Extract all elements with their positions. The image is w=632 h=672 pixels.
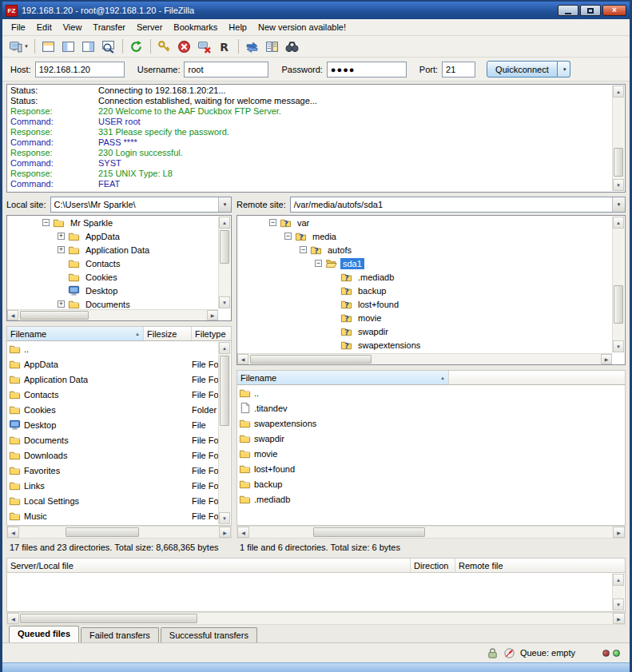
menu-file[interactable]: File [6,20,31,34]
find-files-button[interactable] [283,38,302,55]
tree-item[interactable]: Cookies [7,270,218,284]
refresh-button[interactable] [127,38,146,55]
toggle-remote-tree-button[interactable] [79,38,98,55]
host-input[interactable] [35,62,125,78]
titlebar[interactable]: FZ 192.168.1.20 - root@192.168.1.20 - Fi… [2,2,630,19]
file-row[interactable]: ContactsFile Folder [7,387,218,402]
tree-item[interactable]: media [237,229,612,243]
close-button[interactable]: × [602,5,626,16]
scroll-thumb[interactable] [614,148,623,177]
file-row[interactable]: .. [237,385,625,400]
column-header-direction[interactable]: Direction [411,559,455,572]
menu-new-version[interactable]: New version available! [252,20,352,34]
scroll-left-button[interactable]: ◀ [237,354,248,364]
scroll-left-button[interactable]: ◀ [7,310,18,320]
scroll-right-button[interactable]: ▶ [613,527,625,538]
file-row[interactable]: MusicFile Folder [7,508,218,523]
column-header-filetype[interactable]: Filetype [192,327,231,340]
scroll-up-button[interactable]: ▲ [219,217,230,229]
file-row[interactable]: CookiesFolder [7,402,218,417]
column-header-filename[interactable]: Filename▲ [7,327,144,340]
scroll-thumb[interactable] [220,230,229,264]
maximize-button[interactable] [580,5,601,16]
tab-failed-transfers[interactable]: Failed transfers [81,627,159,642]
scroll-down-button[interactable]: ▼ [219,296,230,308]
local-site-combobox[interactable]: C:\Users\Mr Sparkle\ ▼ [50,197,232,213]
column-header-remote-file[interactable]: Remote file [455,559,625,572]
directory-comparison-button[interactable] [263,38,282,55]
tree-item[interactable]: swapextensions [237,338,612,352]
expander-icon[interactable] [300,246,307,253]
tab-successful-transfers[interactable]: Successful transfers [161,627,257,642]
scroll-left-button[interactable]: ◀ [237,527,249,538]
file-row[interactable]: Local SettingsFile Folder [7,493,218,508]
expander-icon[interactable] [58,300,65,308]
disconnect-button[interactable] [195,38,214,55]
scroll-up-button[interactable]: ▲ [613,574,624,586]
toggle-transfer-queue-button[interactable] [99,38,118,55]
expander-icon[interactable] [269,219,276,226]
chevron-down-icon[interactable]: ▼ [218,197,231,212]
process-queue-button[interactable] [155,38,174,55]
file-row[interactable]: LinksFile Folder [7,478,218,493]
tree-item[interactable]: Mr Sparkle [7,216,218,229]
cancel-button[interactable] [175,38,194,55]
menu-help[interactable]: Help [223,20,252,34]
scroll-right-button[interactable]: ▶ [613,613,625,624]
scroll-down-button[interactable]: ▼ [613,598,624,610]
menu-bookmarks[interactable]: Bookmarks [168,20,223,34]
scroll-up-button[interactable]: ▲ [613,85,624,97]
scroll-thumb[interactable] [250,355,372,364]
scroll-up-button[interactable]: ▲ [219,342,230,354]
username-input[interactable] [184,62,268,78]
column-header-server-local-file[interactable]: Server/Local file [7,559,411,572]
file-row[interactable]: .. [7,341,218,356]
tree-item[interactable]: swapdir [237,324,612,338]
minimize-button[interactable] [558,5,578,16]
scroll-thumb[interactable] [20,311,89,320]
file-row[interactable]: DesktopFile [7,417,218,432]
file-row[interactable]: lost+found [237,461,625,476]
menu-transfer[interactable]: Transfer [87,20,131,34]
scroll-thumb[interactable] [20,614,197,623]
file-row[interactable]: DownloadsFile Folder [7,447,218,463]
tree-item[interactable]: movie [237,311,612,324]
file-row[interactable]: movie [237,446,625,461]
column-header-filename[interactable]: Filename▲ [237,371,449,384]
scroll-thumb[interactable] [614,285,623,324]
expander-icon[interactable] [42,219,50,226]
file-row[interactable]: swapextensions [237,416,625,431]
tree-item[interactable]: backup [237,284,612,297]
menu-view[interactable]: View [58,20,88,34]
scroll-thumb[interactable] [313,527,425,537]
file-row[interactable]: AppDataFile Folder [7,356,218,372]
toggle-message-log-button[interactable] [39,38,58,55]
file-row[interactable]: FavoritesFile Folder [7,463,218,478]
file-row[interactable]: DocumentsFile Folder [7,432,218,447]
quickconnect-button[interactable]: Quickconnect [487,61,558,78]
file-row[interactable]: backup [237,476,625,491]
scroll-right-button[interactable]: ▶ [601,354,612,364]
encryption-status-icon[interactable] [487,647,499,659]
remote-site-combobox[interactable]: /var/media/autofs/sda1 ▼ [290,197,626,213]
reconnect-button[interactable] [215,38,234,55]
tree-item[interactable]: Contacts [7,256,218,270]
file-row[interactable]: .mediadb [237,491,625,507]
scroll-down-button[interactable]: ▼ [219,512,230,524]
tree-item[interactable]: dvd [237,352,612,352]
site-manager-button[interactable]: ▼ [7,38,30,55]
scroll-left-button[interactable]: ◀ [7,613,19,624]
port-input[interactable] [442,62,475,78]
tree-item[interactable]: .mediadb [237,270,612,284]
column-header-filesize[interactable]: Filesize [144,327,192,340]
tree-item[interactable]: Desktop [7,284,218,297]
tree-item[interactable]: autofs [237,243,612,256]
toggle-local-tree-button[interactable] [59,38,78,55]
scroll-left-button[interactable]: ◀ [7,527,19,538]
scroll-up-button[interactable]: ▲ [613,217,624,229]
file-row[interactable]: .titandev [237,400,625,416]
tree-item[interactable]: sda1 [237,256,612,270]
menu-server[interactable]: Server [131,20,168,34]
expander-icon[interactable] [58,246,65,253]
tree-item[interactable]: Application Data [7,243,218,256]
